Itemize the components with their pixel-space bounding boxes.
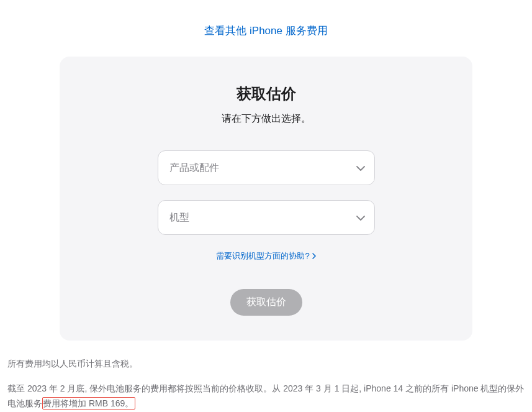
model-select[interactable]: 机型 [158,200,375,235]
chevron-right-icon [312,252,316,261]
help-identify-link[interactable]: 需要识别机型方面的协助? [216,250,315,262]
product-select[interactable]: 产品或配件 [158,150,375,185]
footer-notes: 所有费用均以人民币计算且含税。 截至 2023 年 2 月底, 保外电池服务的费… [0,341,532,411]
model-select-placeholder: 机型 [169,211,189,224]
get-estimate-button[interactable]: 获取估价 [230,289,302,316]
help-link-label: 需要识别机型方面的协助? [216,250,309,262]
card-subtitle: 请在下方做出选择。 [91,112,441,126]
estimate-card: 获取估价 请在下方做出选择。 产品或配件 机型 需要识别机型方面的协助? 获取估… [60,57,472,341]
view-other-services-link[interactable]: 查看其他 iPhone 服务费用 [204,25,327,37]
footer-line-1: 所有费用均以人民币计算且含税。 [7,357,525,372]
card-title: 获取估价 [91,84,441,104]
highlighted-price-increase: 费用将增加 RMB 169。 [42,397,135,410]
footer-line-2: 截至 2023 年 2 月底, 保外电池服务的费用都将按照当前的价格收取。从 2… [7,382,525,411]
product-select-placeholder: 产品或配件 [169,162,219,175]
